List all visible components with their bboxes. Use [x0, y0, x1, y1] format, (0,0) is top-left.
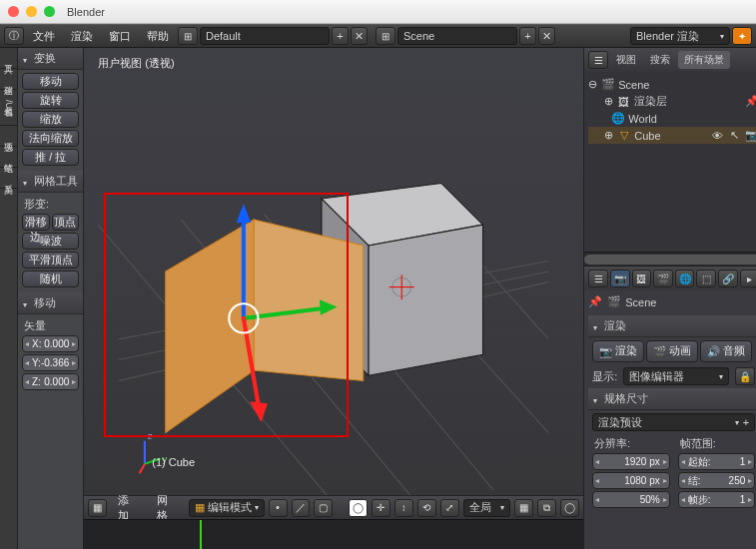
- animation-button[interactable]: 🎬动画: [646, 340, 698, 362]
- panel-header-lastop[interactable]: 移动: [18, 292, 83, 314]
- layout-add-button[interactable]: +: [332, 27, 349, 45]
- scene-selector[interactable]: Scene: [397, 27, 517, 45]
- frame-end-field[interactable]: 结:250: [678, 472, 756, 489]
- properties-editor: ☰ 📷 🖼 🎬 🌐 ⬚ 🔗 ▸ 📌🎬Scene 渲染 📷渲染 🎬动画 🔊音频: [584, 266, 756, 549]
- res-x-field[interactable]: 1920 px: [592, 453, 670, 470]
- normal-scale-button[interactable]: 法向缩放: [22, 130, 79, 147]
- info-editor-icon[interactable]: ⓘ: [4, 27, 24, 45]
- outliner-tab-view[interactable]: 视图: [610, 51, 642, 69]
- panel-header-meshtools[interactable]: 网格工具: [18, 171, 83, 193]
- tree-label[interactable]: 渲染层: [634, 94, 667, 109]
- pin-icon[interactable]: 📌: [744, 94, 756, 109]
- panel-header-render[interactable]: 渲染: [588, 315, 756, 337]
- tree-label[interactable]: Scene: [618, 79, 649, 91]
- frame-step-field[interactable]: 帧步:1: [678, 491, 756, 508]
- proportional-icon[interactable]: ◯: [560, 499, 579, 517]
- outliner-tree[interactable]: ⊖🎬Scene ⊕🖼渲染层📌 🌐World ⊕▽Cube 👁 ↖ 📷: [584, 72, 756, 252]
- snap-icon[interactable]: ⧉: [537, 499, 556, 517]
- move-x-field[interactable]: X:0.000: [22, 335, 79, 352]
- display-mode-selector[interactable]: 图像编辑器▾: [623, 367, 729, 385]
- outliner-tab-search[interactable]: 搜索: [644, 51, 676, 69]
- menu-render[interactable]: 渲染: [64, 29, 100, 44]
- smooth-vertex-button[interactable]: 平滑顶点: [22, 252, 79, 269]
- tab-options[interactable]: 选项: [0, 126, 17, 147]
- move-z-field[interactable]: Z:0.000: [22, 373, 79, 390]
- layout-selector[interactable]: Default: [200, 27, 330, 45]
- screen-layout-icon[interactable]: ⊞: [178, 27, 198, 45]
- tab-tools[interactable]: 工具: [0, 48, 17, 69]
- restrict-view-icon[interactable]: 👁: [710, 128, 725, 143]
- render-preset-selector[interactable]: 渲染预设▾+: [592, 413, 755, 431]
- pin-icon[interactable]: 📌: [588, 295, 602, 308]
- edge-slide-button[interactable]: 滑移边: [22, 214, 50, 231]
- shading-icon[interactable]: ◯: [349, 499, 368, 517]
- orientation-selector[interactable]: 全局▾: [463, 499, 511, 517]
- scene-name: Scene: [403, 30, 434, 42]
- restrict-render-icon[interactable]: 📷: [744, 128, 756, 143]
- close-window-button[interactable]: [8, 6, 19, 17]
- render-engine-selector[interactable]: Blender 渲染▾: [630, 27, 730, 45]
- restrict-select-icon[interactable]: ↖: [727, 128, 742, 143]
- vertex-button[interactable]: 顶点: [52, 214, 80, 231]
- menu-file[interactable]: 文件: [26, 29, 62, 44]
- push-pull-button[interactable]: 推 / 拉: [22, 149, 79, 166]
- move-y-field[interactable]: Y:-0.366: [22, 354, 79, 371]
- panel-header-dimensions[interactable]: 规格尺寸: [588, 388, 756, 410]
- tab-shading-uv[interactable]: 着色/UV: [0, 90, 17, 126]
- speaker-icon: 🔊: [707, 345, 720, 358]
- res-pct-field[interactable]: 50%: [592, 491, 670, 508]
- context-renderlayers-icon[interactable]: 🖼: [632, 270, 652, 287]
- context-constraints-icon[interactable]: 🔗: [718, 270, 738, 287]
- select-mode-vertex-icon[interactable]: •: [269, 499, 288, 517]
- res-y-field[interactable]: 1080 px: [592, 472, 670, 489]
- layout-remove-button[interactable]: ✕: [351, 27, 368, 45]
- maximize-window-button[interactable]: [44, 6, 55, 17]
- outliner-hscrollbar[interactable]: [584, 252, 756, 266]
- 3d-viewport-region: 用户视图 (透视): [84, 48, 583, 549]
- manipulator-scale-icon[interactable]: ⤢: [440, 499, 459, 517]
- menu-help[interactable]: 帮助: [140, 29, 176, 44]
- scene-add-button[interactable]: +: [519, 27, 536, 45]
- outliner-tab-all[interactable]: 所有场景: [678, 51, 730, 69]
- tab-create[interactable]: 创建: [0, 69, 17, 90]
- context-world-icon[interactable]: 🌐: [675, 270, 695, 287]
- translate-button[interactable]: 移动: [22, 73, 79, 90]
- frame-start-field[interactable]: 起始:1: [678, 453, 756, 470]
- context-render-icon[interactable]: 📷: [610, 270, 630, 287]
- scene-remove-button[interactable]: ✕: [538, 27, 555, 45]
- tab-greasepencil[interactable]: 蜡笔: [0, 147, 17, 168]
- rotate-button[interactable]: 旋转: [22, 92, 79, 109]
- select-mode-face-icon[interactable]: ▢: [314, 499, 333, 517]
- mode-selector[interactable]: ▦ 编辑模式▾: [189, 499, 265, 517]
- outliner-editor-icon[interactable]: ☰: [588, 51, 608, 69]
- frame-range-label: 帧范围:: [680, 437, 756, 451]
- layers-icon[interactable]: ▦: [514, 499, 533, 517]
- svg-marker-9: [369, 225, 483, 375]
- editor-type-icon[interactable]: ▦: [88, 499, 107, 517]
- 3d-viewport[interactable]: 用户视图 (透视): [84, 48, 583, 495]
- context-object-icon[interactable]: ⬚: [696, 270, 716, 287]
- tree-label[interactable]: Cube: [634, 130, 660, 142]
- timeline-editor[interactable]: [84, 519, 583, 549]
- tab-relations[interactable]: 关系: [0, 168, 17, 189]
- properties-editor-icon[interactable]: ☰: [588, 270, 608, 287]
- select-mode-edge-icon[interactable]: ／: [292, 499, 311, 517]
- panel-header-transform[interactable]: 变换: [18, 48, 83, 70]
- scale-button[interactable]: 缩放: [22, 111, 79, 128]
- selected-faces: [166, 220, 364, 433]
- manipulator-rotate-icon[interactable]: ⟲: [417, 499, 436, 517]
- manipulator-translate-icon[interactable]: ↕: [394, 499, 413, 517]
- menu-window[interactable]: 窗口: [102, 29, 138, 44]
- menu-add[interactable]: 添加: [111, 493, 146, 523]
- audio-button[interactable]: 🔊音频: [700, 340, 752, 362]
- randomize-button[interactable]: 随机: [22, 271, 79, 287]
- menu-mesh[interactable]: 网格: [150, 493, 185, 523]
- context-scene-icon[interactable]: 🎬: [653, 270, 673, 287]
- lock-icon[interactable]: 🔒: [735, 367, 755, 385]
- tree-label[interactable]: World: [628, 113, 657, 125]
- render-button[interactable]: 📷渲染: [592, 340, 644, 362]
- minimize-window-button[interactable]: [26, 6, 37, 17]
- scene-browse-icon[interactable]: ⊞: [376, 27, 395, 45]
- pivot-icon[interactable]: ✛: [372, 499, 390, 517]
- context-more-icon[interactable]: ▸: [740, 270, 756, 287]
